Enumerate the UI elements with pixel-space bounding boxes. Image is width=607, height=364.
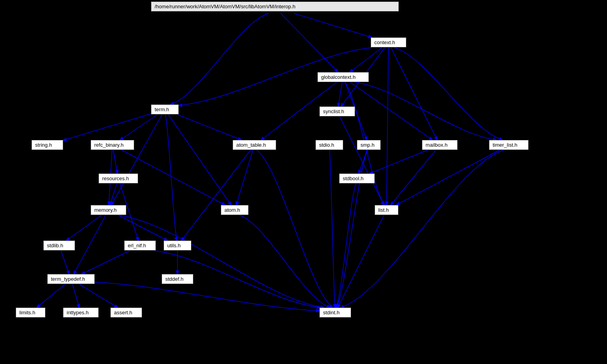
edge-refc_binary-resources bbox=[113, 150, 117, 174]
node-refc_binary: refc_binary.h bbox=[91, 140, 134, 150]
edge-stdbool-stdint bbox=[336, 184, 356, 308]
edge-term-memory bbox=[111, 115, 162, 205]
dependency-graph: /home/runner/work/AtomVM/AtomVM/src/libA… bbox=[0, 0, 607, 364]
edge-term_typedef-inttypes bbox=[73, 284, 79, 308]
edge-atom-stdint bbox=[240, 215, 331, 308]
node-stdbool: stdbool.h bbox=[339, 174, 375, 183]
node-synclist: synclist.h bbox=[319, 106, 355, 116]
node-limits: limits.h bbox=[16, 308, 45, 317]
edge-synclist-list bbox=[340, 117, 384, 205]
node-smp: smp.h bbox=[357, 140, 381, 150]
node-term_typedef: term_typedef.h bbox=[47, 274, 95, 284]
edge-term-refc_binary bbox=[120, 115, 157, 140]
edge-globalcontext-mailbox bbox=[351, 82, 433, 140]
node-stdint: stdint.h bbox=[319, 308, 351, 317]
node-atom_table: atom_table.h bbox=[233, 140, 276, 150]
node-inttypes: inttypes.h bbox=[63, 308, 99, 317]
edge-term_typedef-limits bbox=[37, 284, 65, 308]
edge-globalcontext-timer_list bbox=[356, 82, 497, 140]
edge-context-mailbox bbox=[391, 48, 437, 140]
edge-memory-stdlib bbox=[66, 215, 101, 241]
node-globalcontext: globalcontext.h bbox=[318, 72, 369, 82]
edge-term-utils bbox=[165, 115, 177, 241]
node-stdlib: stdlib.h bbox=[43, 241, 75, 250]
edge-interop-term bbox=[170, 13, 269, 105]
node-mailbox: mailbox.h bbox=[422, 140, 458, 150]
edge-atom_table-stdint bbox=[257, 150, 332, 308]
edge-list-stdint bbox=[338, 215, 384, 308]
node-stdio: stdio.h bbox=[316, 140, 343, 150]
edge-term-string bbox=[63, 114, 151, 140]
edge-memory-stdint bbox=[120, 215, 324, 308]
node-context: context.h bbox=[371, 37, 406, 47]
node-stddef: stddef.h bbox=[162, 274, 193, 284]
node-interop: /home/runner/work/AtomVM/AtomVM/src/libA… bbox=[151, 2, 399, 11]
node-assert: assert.h bbox=[110, 308, 142, 317]
node-timer_list: timer_list.h bbox=[489, 140, 529, 150]
edge-mailbox-list bbox=[391, 150, 436, 205]
edge-context-timer_list bbox=[394, 48, 503, 140]
node-atom: atom.h bbox=[221, 205, 248, 215]
edge-context-globalcontext bbox=[350, 48, 382, 72]
edge-timer_list-list bbox=[396, 150, 499, 205]
node-erl_nif: erl_nif.h bbox=[124, 241, 156, 250]
edge-erl_nif-term_typedef bbox=[82, 251, 129, 274]
edge-interop-globalcontext bbox=[281, 13, 338, 72]
node-string: string.h bbox=[32, 140, 63, 150]
edge-mailbox-stdbool bbox=[370, 150, 427, 174]
node-list: list.h bbox=[375, 205, 398, 215]
node-memory: memory.h bbox=[91, 205, 126, 215]
edge-term_typedef-assert bbox=[79, 284, 118, 308]
node-resources: resources.h bbox=[99, 174, 138, 183]
edge-memory-term_typedef bbox=[74, 215, 106, 274]
edge-interop-context bbox=[294, 13, 372, 37]
node-utils: utils.h bbox=[164, 241, 191, 250]
edge-term_typedef-stdint bbox=[95, 282, 319, 311]
edge-stdlib-term_typedef bbox=[61, 251, 69, 274]
edge-atom_table-utils bbox=[181, 150, 250, 241]
edge-stdio-stdint bbox=[329, 150, 335, 308]
edge-term-atom_table bbox=[178, 115, 241, 140]
edge-globalcontext-synclist bbox=[338, 82, 342, 106]
edge-context-list bbox=[387, 48, 388, 205]
node-term: term.h bbox=[151, 105, 179, 114]
edge-smp-stdbool bbox=[359, 150, 367, 174]
